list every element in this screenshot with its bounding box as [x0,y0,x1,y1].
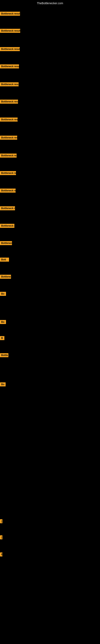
bottleneck-badge: | [0,519,2,523]
bottleneck-badge: Bottleneck result [0,136,17,140]
site-title: TheBottlenecker.com [0,2,100,5]
bottleneck-badge: E [0,552,2,556]
bottleneck-badge: Bott [0,258,9,262]
bottleneck-badge: Bottleneck resul [0,154,17,158]
bottleneck-badge: Bottleneck res [0,188,16,192]
bottleneck-badge: Bottle [0,353,8,357]
bottleneck-badge: Bottleneck result [0,118,18,122]
bottleneck-badge: Bo [0,292,6,296]
bottleneck-badge: | [0,535,2,539]
bottleneck-badge: Bottleneck result [0,100,18,104]
bottleneck-badge: Bottleneck resu [0,171,16,175]
bottleneck-badge: Bottleneck result [0,12,20,16]
bottleneck-badge: Bottleneck result [0,29,20,33]
bottleneck-badge: B [0,336,4,340]
bottleneck-badge: Bottleneck result [0,47,20,51]
bottleneck-badge: Bottleneck re [0,224,14,228]
bottleneck-badge: Bottleneck result [0,82,19,86]
bottleneck-badge: Bottlene [0,275,11,279]
bottleneck-badge: Bottleneck res [0,206,15,210]
bottleneck-badge: Bottleneck result [0,64,19,68]
bottleneck-badge: Bo [0,320,6,324]
bottleneck-badge: Bottlenec [0,241,12,245]
bottleneck-badge: Bo [0,382,6,386]
